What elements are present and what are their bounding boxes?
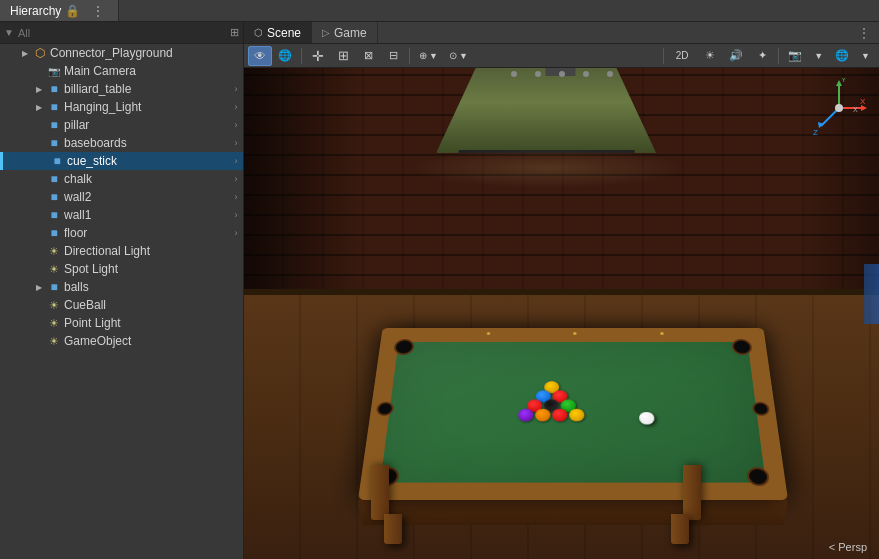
balls-label: balls xyxy=(64,280,243,294)
tree-item-pillar[interactable]: ■ pillar › xyxy=(0,116,243,134)
tab-scene[interactable]: ⬡ Scene xyxy=(244,22,312,43)
leg-right xyxy=(683,465,701,520)
rect-btn[interactable]: ⊞ xyxy=(331,46,355,66)
baseboards-label: baseboards xyxy=(64,136,229,150)
cam-chevron: ▼ xyxy=(814,51,823,61)
cube-icon-floor: ■ xyxy=(46,226,62,240)
scene-tab-label: Scene xyxy=(267,26,301,40)
cue-stick-label: cue_stick xyxy=(67,154,229,168)
gameobject-label: GameObject xyxy=(64,334,243,348)
connector-label: Connector_Playground xyxy=(50,46,243,60)
pivot-dropdown[interactable]: ⊕ ▼ xyxy=(414,46,443,66)
tree-item-spot-light[interactable]: ☀ Spot Light xyxy=(0,260,243,278)
tree-item-chalk[interactable]: ■ chalk › xyxy=(0,170,243,188)
svg-text:X: X xyxy=(853,106,858,113)
toolbar-group-left: 👁 🌐 xyxy=(248,46,297,66)
tree-item-directional-light[interactable]: ☀ Directional Light xyxy=(0,242,243,260)
cube-icon-baseboards: ■ xyxy=(46,136,62,150)
gizmo-widget: Y X Z X xyxy=(809,78,869,138)
top-tab-bar: Hierarchy 🔒 ⋮ xyxy=(0,0,879,22)
cube-icon-balls: ■ xyxy=(46,280,62,294)
gizmo-svg: Y X Z X xyxy=(809,78,869,138)
chevron-wall1: › xyxy=(229,210,243,220)
chevron-baseboards: › xyxy=(229,138,243,148)
side-furniture xyxy=(864,264,879,324)
hierarchy-tab-menu[interactable]: ⋮ xyxy=(88,4,108,18)
pillar-label: pillar xyxy=(64,118,229,132)
chevron-wall2: › xyxy=(229,192,243,202)
camera-gizmo-btn[interactable]: 📷 xyxy=(783,46,807,66)
fx-btn[interactable]: ✦ xyxy=(750,46,774,66)
main-camera-label: Main Camera xyxy=(64,64,243,78)
svg-text:Y: Y xyxy=(841,78,847,84)
cube-icon-pillar: ■ xyxy=(46,118,62,132)
table-side xyxy=(358,500,788,525)
hierarchy-tree: ▶ ⬡ Connector_Playground 📷 Main Camera ▶… xyxy=(0,44,243,559)
hierarchy-tab-label: Hierarchy xyxy=(10,4,61,18)
spot-light-label: Spot Light xyxy=(64,262,243,276)
tree-item-floor[interactable]: ■ floor › xyxy=(0,224,243,242)
audio-btn[interactable]: 🔊 xyxy=(724,46,748,66)
render-mode-btn[interactable]: 🌐 xyxy=(830,46,854,66)
2d-btn[interactable]: 2D xyxy=(668,46,696,66)
chevron-billiard: › xyxy=(229,84,243,94)
search-input[interactable] xyxy=(18,27,226,39)
cueball-label: CueBall xyxy=(64,298,243,312)
tree-item-gameobject[interactable]: ☀ GameObject xyxy=(0,332,243,350)
search-filter-icon[interactable]: ⊞ xyxy=(230,26,239,39)
tree-item-connector[interactable]: ▶ ⬡ Connector_Playground xyxy=(0,44,243,62)
lock-icon: 🔒 xyxy=(65,4,84,18)
light-btn[interactable]: ☀ xyxy=(698,46,722,66)
tree-item-cueball[interactable]: ☀ CueBall xyxy=(0,296,243,314)
viewport-menu-dots[interactable]: ⋮ xyxy=(857,25,879,41)
chalk-label: chalk xyxy=(64,172,229,186)
sep1 xyxy=(301,48,302,64)
tab-game[interactable]: ▷ Game xyxy=(312,22,378,43)
scene-render: Y X Z X < xyxy=(244,68,879,559)
search-bar: ▼ ⊞ xyxy=(0,22,243,44)
tree-item-baseboards[interactable]: ■ baseboards › xyxy=(0,134,243,152)
main-area: ▼ ⊞ ▶ ⬡ Connector_Playground 📷 Main Came… xyxy=(0,22,879,559)
pivot-icon: ⊕ xyxy=(419,50,427,61)
global-dropdown[interactable]: ⊙ ▼ xyxy=(444,46,473,66)
tree-item-billiard-table[interactable]: ▶ ■ billiard_table › xyxy=(0,80,243,98)
eye-btn[interactable]: 👁 xyxy=(248,46,272,66)
render-dropdown[interactable]: ▼ xyxy=(856,46,875,66)
directional-light-label: Directional Light xyxy=(64,244,243,258)
globe-btn[interactable]: 🌐 xyxy=(273,46,297,66)
diamond-1 xyxy=(486,332,490,335)
scale-btn[interactable]: ⊠ xyxy=(356,46,380,66)
search-magnifier-icon: ▼ xyxy=(4,27,14,38)
wall1-label: wall1 xyxy=(64,208,229,222)
chevron-floor: › xyxy=(229,228,243,238)
billiard-table-label: billiard_table xyxy=(64,82,229,96)
viewport-tabs: ⬡ Scene ▷ Game ⋮ xyxy=(244,22,879,44)
leg-front-left xyxy=(384,514,402,544)
game-tab-label: Game xyxy=(334,26,367,40)
game-tab-icon: ▷ xyxy=(322,27,330,38)
pool-table-container xyxy=(358,328,788,500)
light-icon-point: ☀ xyxy=(46,316,62,330)
light-icon-directional: ☀ xyxy=(46,244,62,258)
camera-mode-dropdown[interactable]: ▼ xyxy=(809,46,828,66)
tab-hierarchy[interactable]: Hierarchy 🔒 ⋮ xyxy=(0,0,119,21)
tree-item-wall1[interactable]: ■ wall1 › xyxy=(0,206,243,224)
wall2-label: wall2 xyxy=(64,190,229,204)
move-btn[interactable]: ✛ xyxy=(306,46,330,66)
arrow-billiard: ▶ xyxy=(32,85,46,94)
toolbar-group-transform: ✛ ⊞ ⊠ ⊟ xyxy=(306,46,405,66)
pocket-top-right xyxy=(731,339,753,355)
tree-item-point-light[interactable]: ☀ Point Light xyxy=(0,314,243,332)
hierarchy-panel: ▼ ⊞ ▶ ⬡ Connector_Playground 📷 Main Came… xyxy=(0,22,244,559)
viewport-content[interactable]: Y X Z X < xyxy=(244,68,879,559)
tree-item-wall2[interactable]: ■ wall2 › xyxy=(0,188,243,206)
transform-all-btn[interactable]: ⊟ xyxy=(381,46,405,66)
tree-item-cue-stick[interactable]: ■ cue_stick › xyxy=(0,152,243,170)
viewport-toolbar: 👁 🌐 ✛ ⊞ ⊠ ⊟ ⊕ ▼ ⊙ ▼ xyxy=(244,44,879,68)
pivot-chevron: ▼ xyxy=(429,51,438,61)
tree-item-hanging-light[interactable]: ▶ ■ Hanging_Light › xyxy=(0,98,243,116)
svg-text:X: X xyxy=(860,97,866,106)
lamp-sockets xyxy=(511,71,613,77)
tree-item-balls[interactable]: ▶ ■ balls xyxy=(0,278,243,296)
tree-item-main-camera[interactable]: 📷 Main Camera xyxy=(0,62,243,80)
